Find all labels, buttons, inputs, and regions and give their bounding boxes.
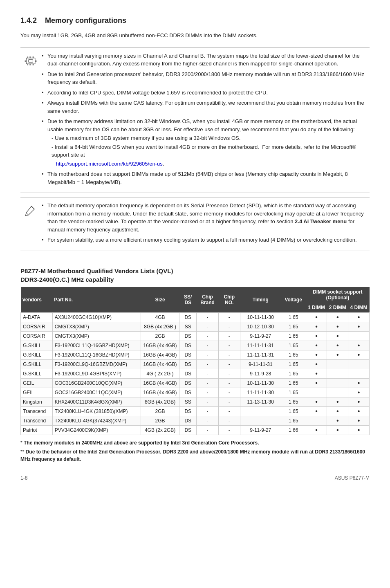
th-vendors: Vendors — [21, 287, 53, 313]
cell-d1: • — [306, 397, 327, 406]
th-part-no: Part No. — [52, 287, 141, 313]
cell-voltage: 1.65 — [281, 341, 306, 350]
cell-d4: • — [348, 425, 370, 435]
cell-d2: • — [327, 341, 348, 350]
cell-d4: • — [348, 312, 370, 322]
cell-chip-brand: - — [197, 341, 218, 350]
cell-part-no: PVV34G2400C9K(XMP) — [52, 425, 141, 435]
cell-d4: • — [348, 350, 370, 359]
cell-vendor: Kingston — [21, 397, 53, 406]
cell-size: 16GB (4x 4GB) — [141, 350, 179, 359]
cell-vendor: G.SKILL — [21, 369, 53, 378]
cell-d2: • — [327, 397, 348, 406]
cell-vendor: G.SKILL — [21, 359, 53, 369]
product-name: ASUS P8Z77-M — [335, 475, 370, 481]
cell-d4: • — [348, 397, 370, 406]
notice-item: You may install varying memory sizes in … — [41, 52, 370, 68]
notice-box-1: You may install varying memory sizes in … — [20, 47, 370, 193]
notice-item: For system stability, use a more efficie… — [41, 236, 370, 244]
cell-vendor: G.SKILL — [21, 350, 53, 359]
sub-item: - Install a 64-bit Windows OS when you w… — [47, 143, 370, 159]
cell-d1: • — [306, 341, 327, 350]
cell-chip-brand: - — [197, 388, 218, 397]
svg-rect-15 — [29, 59, 33, 62]
cell-size: 4GB — [141, 312, 179, 322]
cell-size: 16GB (4x 4GB) — [141, 359, 179, 369]
cell-timing: 10-11-11-30 — [240, 378, 281, 388]
cell-size: 16GB (4x 4GB) — [141, 388, 179, 397]
footnote-star: * — [20, 440, 24, 446]
th-4dimm: 4 DIMM — [348, 303, 370, 313]
cell-size: 8GB (4x 2GB ) — [141, 322, 179, 331]
footnote-1: * The memory modules in 2400MHz and abov… — [20, 439, 370, 447]
cell-chip-brand: - — [197, 331, 218, 341]
cell-timing: 9-11-9-27 — [240, 425, 281, 435]
notice-item: Always install DIMMs with the same CAS l… — [41, 99, 370, 115]
cell-size: 4GB (2x 2GB) — [141, 425, 179, 435]
cell-voltage: 1.65 — [281, 397, 306, 406]
cell-chip-no: - — [218, 378, 240, 388]
qvl-title: P8Z77-M Motherboard Qualified Vendors Li… — [20, 267, 370, 274]
cell-d1: • — [306, 331, 327, 341]
section-header: 1.4.2 Memory configurations — [20, 16, 370, 29]
cell-voltage: 1.65 — [281, 378, 306, 388]
qvl-table: Vendors Part No. Size SS/ DS Chip Brand … — [20, 287, 370, 435]
cell-ss-ds: DS — [179, 416, 197, 425]
cell-chip-brand: - — [197, 369, 218, 378]
cell-ss-ds: DS — [179, 369, 197, 378]
cell-part-no: TX2400KLU-4GK(374243)(XMP) — [52, 416, 141, 425]
intro-text: You may install 1GB, 2GB, 4GB and 8GB un… — [20, 31, 370, 40]
qvl-subtitle: DDR3-2400(O.C.) MHz capability — [20, 276, 370, 283]
notice-list-2: The default memory operation frequency i… — [41, 202, 370, 244]
cell-d2 — [327, 388, 348, 397]
cell-ss-ds: DS — [179, 388, 197, 397]
cell-d1: • — [306, 369, 327, 378]
sub-item: http://support.microsoft.com/kb/929605/e… — [47, 160, 370, 168]
table-row: GEIL GOC316GB2400C11QC(XMP) 16GB (4x 4GB… — [21, 388, 370, 397]
cell-size: 4G ( 2x 2G ) — [141, 369, 179, 378]
cell-d1: • — [306, 425, 327, 435]
cell-timing — [240, 406, 281, 416]
notice-item: Due to Intel 2nd Generation processors' … — [41, 70, 370, 86]
table-row: G.SKILL F3-19200CL9Q-16GBZMD(XMP) 16GB (… — [21, 359, 370, 369]
cell-part-no: F3-19200CL11Q-16GBZHD(XMP) — [52, 350, 141, 359]
cell-ss-ds: DS — [179, 341, 197, 350]
cell-voltage: 1.65 — [281, 406, 306, 416]
cell-part-no: AX3U2400GC4G10(XMP) — [52, 312, 141, 322]
cell-chip-no: - — [218, 406, 240, 416]
cell-d1: • — [306, 322, 327, 331]
table-row: CORSAIR CMGTX3(XMP) 2GB DS - - 9-11-9-27… — [21, 331, 370, 341]
cell-d1: • — [306, 406, 327, 416]
cell-voltage: 1.65 — [281, 331, 306, 341]
cell-timing: 9-11-9-27 — [240, 331, 281, 341]
cell-size: 2GB — [141, 416, 179, 425]
svg-line-17 — [26, 213, 28, 215]
table-row: G.SKILL F3-19200CL11Q-16GBZHD(XMP) 16GB … — [21, 350, 370, 359]
cell-chip-no: - — [218, 369, 240, 378]
cell-d4 — [348, 331, 370, 341]
sub-item: - Use a maximum of 3GB system memory if … — [47, 134, 370, 142]
cell-vendor: Transcend — [21, 406, 53, 416]
cell-timing: 10-11-11-30 — [240, 312, 281, 322]
svg-rect-0 — [26, 58, 35, 63]
cell-vendor: A-DATA — [21, 312, 53, 322]
cell-size: 16GB (4x 4GB) — [141, 378, 179, 388]
cell-d1 — [306, 388, 327, 397]
cell-chip-no: - — [218, 397, 240, 406]
cell-d1: • — [306, 378, 327, 388]
notice-content-1: You may install varying memory sizes in … — [41, 52, 370, 189]
th-2dimm: 2 DIMM — [327, 303, 348, 313]
cell-d2: • — [327, 425, 348, 435]
cell-voltage: 1.65 — [281, 369, 306, 378]
ms-support-link[interactable]: http://support.microsoft.com/kb/929605/e… — [56, 161, 163, 167]
cell-chip-no: - — [218, 416, 240, 425]
table-row: Transcend TX2400KLU-4GK(374243)(XMP) 2GB… — [21, 416, 370, 425]
th-timing: Timing — [240, 287, 281, 313]
cell-ss-ds: DS — [179, 406, 197, 416]
th-voltage: Voltage — [281, 287, 306, 313]
cell-voltage: 1.65 — [281, 388, 306, 397]
cell-ss-ds: DS — [179, 312, 197, 322]
cell-ss-ds: DS — [179, 425, 197, 435]
notice-list-1: You may install varying memory sizes in … — [41, 52, 370, 186]
notice-item: The default memory operation frequency i… — [41, 202, 370, 233]
